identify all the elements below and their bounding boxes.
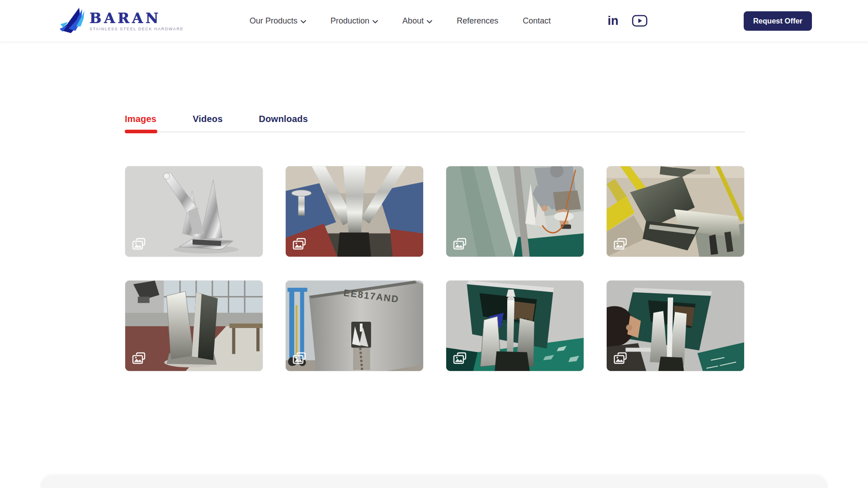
gallery-item-8[interactable]: BARAN — [606, 280, 745, 371]
nav-our-products[interactable]: Our Products — [250, 16, 306, 26]
gallery-item-3[interactable] — [446, 166, 584, 257]
photo-stack-icon — [132, 352, 146, 366]
gallery-item-2[interactable] — [285, 166, 424, 257]
social-links: in — [608, 0, 647, 42]
photo-stack-icon — [453, 237, 467, 252]
request-offer-button[interactable]: Request Offer — [744, 11, 812, 31]
nav-about[interactable]: About — [402, 16, 432, 26]
logo-sail-icon — [60, 6, 86, 35]
photo-stack-icon — [613, 352, 627, 366]
site-header: BARAN STAINLESS STEEL DECK HARDWARE Our … — [0, 0, 868, 42]
logo-brand: BARAN — [90, 10, 184, 26]
nav-contact[interactable]: Contact — [523, 16, 551, 26]
media-tabs: Images Videos Downloads — [125, 114, 745, 132]
photo-stack-icon — [453, 352, 467, 366]
main-nav: Our Products Production About References… — [250, 0, 551, 42]
gallery-item-7[interactable]: BARAN — [446, 280, 584, 371]
footer-section-top — [41, 476, 827, 488]
logo[interactable]: BARAN STAINLESS STEEL DECK HARDWARE — [60, 6, 184, 35]
photo-stack-icon — [292, 352, 307, 366]
nav-production[interactable]: Production — [330, 16, 378, 26]
chevron-down-icon — [373, 20, 378, 23]
media-tabs-section: Images Videos Downloads — [125, 114, 745, 132]
logo-tagline: STAINLESS STEEL DECK HARDWARE — [90, 27, 184, 31]
linkedin-icon[interactable]: in — [608, 15, 618, 27]
chevron-down-icon — [301, 20, 306, 23]
youtube-icon[interactable] — [632, 15, 647, 27]
tab-downloads[interactable]: Downloads — [259, 114, 308, 124]
chevron-down-icon — [427, 20, 432, 23]
photo-stack-icon — [292, 237, 307, 252]
nav-references[interactable]: References — [457, 16, 498, 26]
gallery-item-5[interactable] — [125, 280, 263, 371]
gallery-item-1[interactable] — [125, 166, 263, 257]
tab-videos[interactable]: Videos — [193, 114, 222, 124]
tab-images[interactable]: Images — [125, 114, 156, 124]
photo-stack-icon — [613, 237, 627, 252]
image-gallery: EE817AND — [125, 166, 745, 371]
gallery-item-4[interactable] — [606, 166, 745, 257]
gallery-item-6[interactable]: EE817AND — [285, 280, 424, 371]
photo-stack-icon — [132, 237, 146, 252]
